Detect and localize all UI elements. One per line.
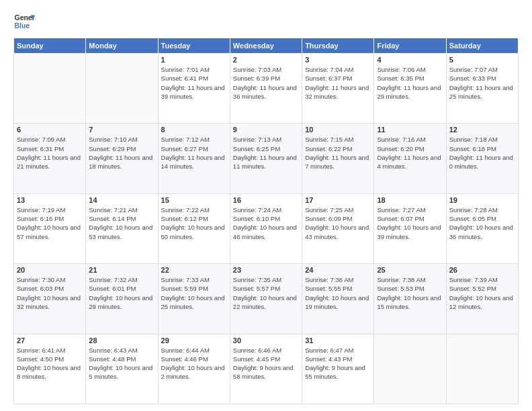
- week-row-5: 27Sunrise: 6:41 AMSunset: 4:50 PMDayligh…: [14, 334, 519, 404]
- day-cell: 3Sunrise: 7:04 AMSunset: 6:37 PMDaylight…: [302, 54, 374, 124]
- weekday-header-friday: Friday: [374, 38, 446, 54]
- page: General Blue SundayMondayTuesdayWednesda…: [0, 0, 532, 411]
- weekday-header-saturday: Saturday: [446, 38, 518, 54]
- day-number: 20: [17, 266, 83, 274]
- day-number: 25: [377, 266, 443, 274]
- day-number: 28: [89, 336, 154, 345]
- day-number: 1: [161, 56, 227, 64]
- day-number: 13: [17, 196, 83, 204]
- day-number: 3: [305, 56, 371, 64]
- day-info: Sunrise: 6:41 AMSunset: 4:50 PMDaylight:…: [17, 346, 83, 381]
- day-cell: [374, 334, 446, 404]
- day-info: Sunrise: 7:39 AMSunset: 5:52 PMDaylight:…: [449, 275, 515, 311]
- day-cell: 12Sunrise: 7:18 AMSunset: 6:18 PMDayligh…: [446, 124, 518, 193]
- day-number: 19: [449, 196, 515, 204]
- day-number: 30: [233, 336, 299, 345]
- day-cell: 31Sunrise: 6:47 AMSunset: 4:43 PMDayligh…: [302, 334, 374, 404]
- day-cell: 28Sunrise: 6:43 AMSunset: 4:48 PMDayligh…: [86, 334, 158, 404]
- day-info: Sunrise: 7:07 AMSunset: 6:33 PMDaylight:…: [449, 65, 515, 101]
- week-row-1: 1Sunrise: 7:01 AMSunset: 6:41 PMDaylight…: [14, 54, 519, 124]
- day-cell: 18Sunrise: 7:27 AMSunset: 6:07 PMDayligh…: [374, 193, 446, 263]
- day-number: 12: [449, 126, 515, 134]
- day-info: Sunrise: 7:27 AMSunset: 6:07 PMDaylight:…: [377, 205, 443, 241]
- weekday-header-row: SundayMondayTuesdayWednesdayThursdayFrid…: [14, 38, 519, 54]
- day-cell: 14Sunrise: 7:21 AMSunset: 6:14 PMDayligh…: [86, 193, 158, 263]
- day-number: 7: [89, 126, 154, 134]
- day-info: Sunrise: 7:38 AMSunset: 5:53 PMDaylight:…: [377, 275, 443, 311]
- day-info: Sunrise: 7:33 AMSunset: 5:59 PMDaylight:…: [161, 275, 227, 311]
- day-number: 26: [449, 266, 515, 274]
- day-cell: [446, 334, 518, 404]
- day-info: Sunrise: 7:03 AMSunset: 6:39 PMDaylight:…: [233, 65, 299, 101]
- day-cell: 30Sunrise: 6:46 AMSunset: 4:45 PMDayligh…: [230, 334, 302, 404]
- day-number: 14: [89, 196, 154, 204]
- day-number: 16: [233, 196, 299, 204]
- day-info: Sunrise: 7:13 AMSunset: 6:25 PMDaylight:…: [233, 135, 299, 171]
- day-info: Sunrise: 7:35 AMSunset: 5:57 PMDaylight:…: [233, 275, 299, 311]
- day-cell: 19Sunrise: 7:28 AMSunset: 6:05 PMDayligh…: [446, 193, 518, 263]
- header: General Blue: [13, 11, 519, 32]
- day-number: 11: [377, 126, 443, 134]
- day-cell: 10Sunrise: 7:15 AMSunset: 6:22 PMDayligh…: [302, 124, 374, 193]
- day-info: Sunrise: 7:22 AMSunset: 6:12 PMDaylight:…: [161, 205, 227, 241]
- day-cell: 22Sunrise: 7:33 AMSunset: 5:59 PMDayligh…: [158, 264, 230, 334]
- day-number: 29: [161, 336, 227, 345]
- day-info: Sunrise: 7:12 AMSunset: 6:27 PMDaylight:…: [161, 135, 227, 171]
- day-cell: 24Sunrise: 7:36 AMSunset: 5:55 PMDayligh…: [302, 264, 374, 334]
- day-info: Sunrise: 7:18 AMSunset: 6:18 PMDaylight:…: [449, 135, 515, 171]
- day-info: Sunrise: 6:47 AMSunset: 4:43 PMDaylight:…: [305, 346, 371, 381]
- day-cell: 9Sunrise: 7:13 AMSunset: 6:25 PMDaylight…: [230, 124, 302, 193]
- day-info: Sunrise: 7:19 AMSunset: 6:16 PMDaylight:…: [17, 205, 83, 241]
- day-number: 22: [161, 266, 227, 274]
- day-number: 27: [17, 336, 83, 345]
- weekday-header-wednesday: Wednesday: [230, 38, 302, 54]
- day-cell: 27Sunrise: 6:41 AMSunset: 4:50 PMDayligh…: [14, 334, 86, 404]
- day-number: 21: [89, 266, 154, 274]
- week-row-3: 13Sunrise: 7:19 AMSunset: 6:16 PMDayligh…: [14, 193, 519, 263]
- calendar: SundayMondayTuesdayWednesdayThursdayFrid…: [13, 38, 519, 404]
- day-info: Sunrise: 6:43 AMSunset: 4:48 PMDaylight:…: [89, 346, 154, 381]
- day-cell: 11Sunrise: 7:16 AMSunset: 6:20 PMDayligh…: [374, 124, 446, 193]
- day-number: 10: [305, 126, 371, 134]
- day-number: 24: [305, 266, 371, 274]
- day-cell: [86, 54, 158, 124]
- day-info: Sunrise: 7:15 AMSunset: 6:22 PMDaylight:…: [305, 135, 371, 171]
- day-number: 18: [377, 196, 443, 204]
- day-cell: 20Sunrise: 7:30 AMSunset: 6:03 PMDayligh…: [14, 264, 86, 334]
- day-info: Sunrise: 7:28 AMSunset: 6:05 PMDaylight:…: [449, 205, 515, 241]
- weekday-header-sunday: Sunday: [14, 38, 86, 54]
- day-info: Sunrise: 7:36 AMSunset: 5:55 PMDaylight:…: [305, 275, 371, 311]
- day-info: Sunrise: 7:09 AMSunset: 6:31 PMDaylight:…: [17, 135, 83, 171]
- weekday-header-monday: Monday: [86, 38, 158, 54]
- week-row-4: 20Sunrise: 7:30 AMSunset: 6:03 PMDayligh…: [14, 264, 519, 334]
- day-cell: 15Sunrise: 7:22 AMSunset: 6:12 PMDayligh…: [158, 193, 230, 263]
- day-cell: 25Sunrise: 7:38 AMSunset: 5:53 PMDayligh…: [374, 264, 446, 334]
- day-number: 9: [233, 126, 299, 134]
- day-info: Sunrise: 7:21 AMSunset: 6:14 PMDaylight:…: [89, 205, 154, 241]
- day-info: Sunrise: 7:10 AMSunset: 6:29 PMDaylight:…: [89, 135, 154, 171]
- day-cell: 7Sunrise: 7:10 AMSunset: 6:29 PMDaylight…: [86, 124, 158, 193]
- day-cell: 16Sunrise: 7:24 AMSunset: 6:10 PMDayligh…: [230, 193, 302, 263]
- day-cell: 29Sunrise: 6:44 AMSunset: 4:46 PMDayligh…: [158, 334, 230, 404]
- day-cell: 21Sunrise: 7:32 AMSunset: 6:01 PMDayligh…: [86, 264, 158, 334]
- day-info: Sunrise: 6:46 AMSunset: 4:45 PMDaylight:…: [233, 346, 299, 381]
- day-number: 6: [17, 126, 83, 134]
- day-cell: 5Sunrise: 7:07 AMSunset: 6:33 PMDaylight…: [446, 54, 518, 124]
- day-info: Sunrise: 7:24 AMSunset: 6:10 PMDaylight:…: [233, 205, 299, 241]
- day-number: 4: [377, 56, 443, 64]
- svg-text:Blue: Blue: [15, 22, 30, 30]
- day-number: 17: [305, 196, 371, 204]
- day-info: Sunrise: 7:30 AMSunset: 6:03 PMDaylight:…: [17, 275, 83, 311]
- day-info: Sunrise: 7:01 AMSunset: 6:41 PMDaylight:…: [161, 65, 227, 101]
- day-cell: 1Sunrise: 7:01 AMSunset: 6:41 PMDaylight…: [158, 54, 230, 124]
- logo: General Blue: [13, 11, 35, 32]
- day-number: 23: [233, 266, 299, 274]
- day-info: Sunrise: 7:32 AMSunset: 6:01 PMDaylight:…: [89, 275, 154, 311]
- day-info: Sunrise: 7:04 AMSunset: 6:37 PMDaylight:…: [305, 65, 371, 101]
- day-cell: 2Sunrise: 7:03 AMSunset: 6:39 PMDaylight…: [230, 54, 302, 124]
- day-cell: 17Sunrise: 7:25 AMSunset: 6:09 PMDayligh…: [302, 193, 374, 263]
- day-info: Sunrise: 7:25 AMSunset: 6:09 PMDaylight:…: [305, 205, 371, 241]
- logo-icon: General Blue: [13, 11, 35, 32]
- day-info: Sunrise: 7:16 AMSunset: 6:20 PMDaylight:…: [377, 135, 443, 171]
- day-number: 2: [233, 56, 299, 64]
